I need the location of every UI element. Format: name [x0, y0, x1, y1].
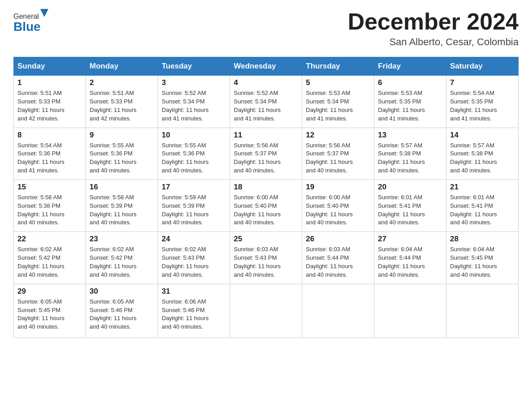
day-number: 10 [162, 131, 226, 140]
calendar-cell: 4Sunrise: 5:52 AMSunset: 5:34 PMDaylight… [230, 76, 302, 128]
title-section: December 2024 San Alberto, Cesar, Colomb… [348, 9, 519, 48]
day-number: 1 [17, 78, 82, 87]
day-number: 24 [162, 235, 226, 244]
day-info: Sunrise: 6:04 AMSunset: 5:45 PMDaylight:… [450, 245, 515, 279]
day-number: 2 [90, 78, 154, 87]
weekday-header-tuesday: Tuesday [158, 57, 230, 76]
logo-blue-text: Blue [13, 20, 41, 34]
calendar-cell: 22Sunrise: 6:02 AMSunset: 5:42 PMDayligh… [14, 232, 86, 284]
day-number: 15 [17, 183, 82, 192]
calendar-header-row: SundayMondayTuesdayWednesdayThursdayFrid… [14, 57, 519, 76]
weekday-header-friday: Friday [374, 57, 446, 76]
day-info: Sunrise: 5:51 AMSunset: 5:33 PMDaylight:… [17, 89, 82, 123]
day-number: 27 [378, 235, 442, 244]
day-number: 7 [450, 78, 515, 87]
day-info: Sunrise: 6:03 AMSunset: 5:43 PMDaylight:… [234, 245, 298, 279]
day-info: Sunrise: 5:57 AMSunset: 5:38 PMDaylight:… [378, 141, 442, 175]
day-info: Sunrise: 6:03 AMSunset: 5:44 PMDaylight:… [306, 245, 370, 279]
day-info: Sunrise: 5:56 AMSunset: 5:37 PMDaylight:… [234, 141, 298, 175]
weekday-header-saturday: Saturday [446, 57, 519, 76]
day-info: Sunrise: 6:00 AMSunset: 5:40 PMDaylight:… [306, 193, 370, 227]
calendar-cell: 7Sunrise: 5:54 AMSunset: 5:35 PMDaylight… [446, 76, 519, 128]
day-info: Sunrise: 6:01 AMSunset: 5:41 PMDaylight:… [378, 193, 442, 227]
day-info: Sunrise: 5:55 AMSunset: 5:36 PMDaylight:… [90, 141, 154, 175]
calendar-cell [374, 284, 446, 338]
calendar-week-row: 29Sunrise: 6:05 AMSunset: 5:45 PMDayligh… [14, 284, 519, 338]
logo-arrow-icon [40, 9, 48, 19]
calendar-cell: 18Sunrise: 6:00 AMSunset: 5:40 PMDayligh… [230, 180, 302, 231]
day-info: Sunrise: 5:54 AMSunset: 5:35 PMDaylight:… [450, 89, 515, 123]
day-number: 17 [162, 183, 226, 192]
calendar-cell [446, 284, 519, 338]
day-info: Sunrise: 5:59 AMSunset: 5:39 PMDaylight:… [162, 193, 226, 227]
weekday-header-sunday: Sunday [14, 57, 86, 76]
day-info: Sunrise: 6:02 AMSunset: 5:42 PMDaylight:… [17, 245, 82, 279]
day-info: Sunrise: 5:58 AMSunset: 5:38 PMDaylight:… [17, 193, 82, 227]
month-title: December 2024 [348, 9, 519, 34]
calendar-cell: 23Sunrise: 6:02 AMSunset: 5:42 PMDayligh… [86, 232, 158, 284]
day-number: 9 [90, 131, 154, 140]
calendar-cell: 29Sunrise: 6:05 AMSunset: 5:45 PMDayligh… [14, 284, 86, 338]
calendar-week-row: 1Sunrise: 5:51 AMSunset: 5:33 PMDaylight… [14, 76, 519, 128]
calendar-week-row: 22Sunrise: 6:02 AMSunset: 5:42 PMDayligh… [14, 232, 519, 284]
day-info: Sunrise: 6:01 AMSunset: 5:41 PMDaylight:… [450, 193, 515, 227]
day-info: Sunrise: 5:53 AMSunset: 5:35 PMDaylight:… [378, 89, 442, 123]
calendar-cell: 15Sunrise: 5:58 AMSunset: 5:38 PMDayligh… [14, 180, 86, 231]
day-number: 31 [162, 287, 226, 296]
day-info: Sunrise: 5:54 AMSunset: 5:36 PMDaylight:… [17, 141, 82, 175]
calendar-cell: 21Sunrise: 6:01 AMSunset: 5:41 PMDayligh… [446, 180, 519, 231]
day-info: Sunrise: 5:52 AMSunset: 5:34 PMDaylight:… [234, 89, 298, 123]
day-number: 5 [306, 78, 370, 87]
day-info: Sunrise: 5:56 AMSunset: 5:37 PMDaylight:… [306, 141, 370, 175]
day-number: 12 [306, 131, 370, 140]
day-number: 23 [90, 235, 154, 244]
calendar-cell: 6Sunrise: 5:53 AMSunset: 5:35 PMDaylight… [374, 76, 446, 128]
day-number: 28 [450, 235, 515, 244]
calendar-cell: 1Sunrise: 5:51 AMSunset: 5:33 PMDaylight… [14, 76, 86, 128]
calendar-cell: 25Sunrise: 6:03 AMSunset: 5:43 PMDayligh… [230, 232, 302, 284]
page-header: General Blue December 2024 San Alberto, … [13, 9, 519, 48]
location-title: San Alberto, Cesar, Colombia [348, 36, 519, 48]
day-number: 4 [234, 78, 298, 87]
day-info: Sunrise: 5:53 AMSunset: 5:34 PMDaylight:… [306, 89, 370, 123]
day-number: 21 [450, 183, 515, 192]
day-number: 3 [162, 78, 226, 87]
day-info: Sunrise: 5:51 AMSunset: 5:33 PMDaylight:… [90, 89, 154, 123]
day-info: Sunrise: 5:58 AMSunset: 5:39 PMDaylight:… [90, 193, 154, 227]
svg-marker-0 [40, 9, 48, 17]
calendar-cell: 24Sunrise: 6:02 AMSunset: 5:43 PMDayligh… [158, 232, 230, 284]
calendar-cell [302, 284, 374, 338]
calendar-cell: 31Sunrise: 6:06 AMSunset: 5:46 PMDayligh… [158, 284, 230, 338]
calendar-cell: 3Sunrise: 5:52 AMSunset: 5:34 PMDaylight… [158, 76, 230, 128]
logo: General Blue [13, 9, 49, 34]
day-info: Sunrise: 6:06 AMSunset: 5:46 PMDaylight:… [162, 298, 226, 331]
day-number: 22 [17, 235, 82, 244]
day-number: 14 [450, 131, 515, 140]
day-number: 18 [234, 183, 298, 192]
calendar-cell: 2Sunrise: 5:51 AMSunset: 5:33 PMDaylight… [86, 76, 158, 128]
day-info: Sunrise: 6:05 AMSunset: 5:45 PMDaylight:… [17, 298, 82, 331]
calendar-week-row: 8Sunrise: 5:54 AMSunset: 5:36 PMDaylight… [14, 128, 519, 180]
day-number: 19 [306, 183, 370, 192]
weekday-header-wednesday: Wednesday [230, 57, 302, 76]
day-number: 6 [378, 78, 442, 87]
calendar-cell: 26Sunrise: 6:03 AMSunset: 5:44 PMDayligh… [302, 232, 374, 284]
calendar-cell [230, 284, 302, 338]
day-info: Sunrise: 6:05 AMSunset: 5:46 PMDaylight:… [90, 298, 154, 331]
calendar-cell: 20Sunrise: 6:01 AMSunset: 5:41 PMDayligh… [374, 180, 446, 231]
day-number: 26 [306, 235, 370, 244]
day-number: 29 [17, 287, 82, 296]
calendar-cell: 27Sunrise: 6:04 AMSunset: 5:44 PMDayligh… [374, 232, 446, 284]
weekday-header-monday: Monday [86, 57, 158, 76]
day-info: Sunrise: 6:04 AMSunset: 5:44 PMDaylight:… [378, 245, 442, 279]
day-number: 16 [90, 183, 154, 192]
calendar-cell: 28Sunrise: 6:04 AMSunset: 5:45 PMDayligh… [446, 232, 519, 284]
calendar-week-row: 15Sunrise: 5:58 AMSunset: 5:38 PMDayligh… [14, 180, 519, 231]
day-number: 25 [234, 235, 298, 244]
weekday-header-thursday: Thursday [302, 57, 374, 76]
calendar-cell: 8Sunrise: 5:54 AMSunset: 5:36 PMDaylight… [14, 128, 86, 180]
calendar-cell: 5Sunrise: 5:53 AMSunset: 5:34 PMDaylight… [302, 76, 374, 128]
day-number: 11 [234, 131, 298, 140]
day-number: 13 [378, 131, 442, 140]
calendar-cell: 16Sunrise: 5:58 AMSunset: 5:39 PMDayligh… [86, 180, 158, 231]
